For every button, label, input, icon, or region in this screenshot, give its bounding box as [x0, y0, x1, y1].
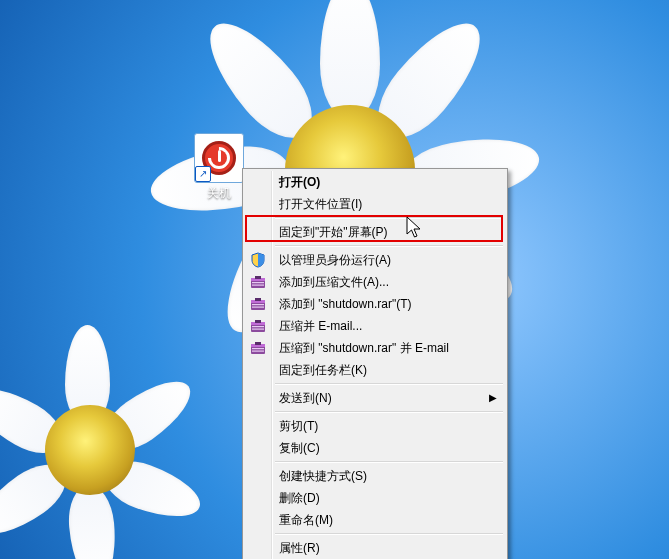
svg-rect-14	[252, 329, 264, 330]
menu-item-properties[interactable]: 属性(R)	[245, 537, 505, 559]
svg-rect-18	[252, 348, 264, 349]
menu-item-create-shortcut[interactable]: 创建快捷方式(S)	[245, 465, 505, 487]
menu-item-run-as-admin[interactable]: 以管理员身份运行(A)	[245, 249, 505, 271]
svg-rect-8	[252, 304, 264, 305]
menu-item-label: 压缩并 E-mail...	[279, 319, 362, 333]
menu-item-compress-shutdown-and-email[interactable]: 压缩到 "shutdown.rar" 并 E-mail	[245, 337, 505, 359]
shortcut-overlay-icon: ↗	[195, 166, 211, 182]
svg-rect-19	[252, 351, 264, 352]
desktop-shortcut-shutdown[interactable]: ↗ 关机	[190, 133, 248, 202]
svg-rect-17	[255, 342, 261, 345]
menu-item-rename[interactable]: 重命名(M)	[245, 509, 505, 531]
menu-item-compress-and-email[interactable]: 压缩并 E-mail...	[245, 315, 505, 337]
menu-item-label: 发送到(N)	[279, 391, 332, 405]
submenu-arrow-icon: ▶	[489, 387, 497, 409]
menu-item-send-to[interactable]: 发送到(N) ▶	[245, 387, 505, 409]
svg-rect-13	[252, 326, 264, 327]
svg-rect-12	[255, 320, 261, 323]
winrar-icon	[250, 296, 266, 312]
menu-item-pin-to-taskbar[interactable]: 固定到任务栏(K)	[245, 359, 505, 381]
shortcut-icon-tile: ↗	[194, 133, 244, 183]
shield-icon	[250, 252, 266, 268]
menu-item-copy[interactable]: 复制(C)	[245, 437, 505, 459]
svg-rect-2	[255, 276, 261, 279]
menu-item-cut[interactable]: 剪切(T)	[245, 415, 505, 437]
menu-item-add-to-archive[interactable]: 添加到压缩文件(A)...	[245, 271, 505, 293]
svg-rect-9	[252, 307, 264, 308]
svg-rect-7	[255, 298, 261, 301]
svg-rect-4	[252, 285, 264, 286]
context-menu: 打开(O) 打开文件位置(I) 固定到"开始"屏幕(P) 以管理员身份运行(A)…	[242, 168, 508, 559]
winrar-icon	[250, 318, 266, 334]
wallpaper-flower-small	[0, 330, 210, 559]
menu-item-add-to-shutdown-rar[interactable]: 添加到 "shutdown.rar"(T)	[245, 293, 505, 315]
menu-item-delete[interactable]: 删除(D)	[245, 487, 505, 509]
menu-item-open-file-location[interactable]: 打开文件位置(I)	[245, 193, 505, 215]
winrar-icon	[250, 340, 266, 356]
shortcut-label: 关机	[190, 185, 248, 202]
menu-item-label: 添加到 "shutdown.rar"(T)	[279, 297, 412, 311]
winrar-icon	[250, 274, 266, 290]
menu-item-label: 添加到压缩文件(A)...	[279, 275, 389, 289]
svg-rect-3	[252, 282, 264, 283]
menu-item-label: 以管理员身份运行(A)	[279, 253, 391, 267]
menu-item-label: 压缩到 "shutdown.rar" 并 E-mail	[279, 341, 449, 355]
menu-item-open[interactable]: 打开(O)	[245, 171, 505, 193]
menu-item-pin-to-start[interactable]: 固定到"开始"屏幕(P)	[245, 221, 505, 243]
